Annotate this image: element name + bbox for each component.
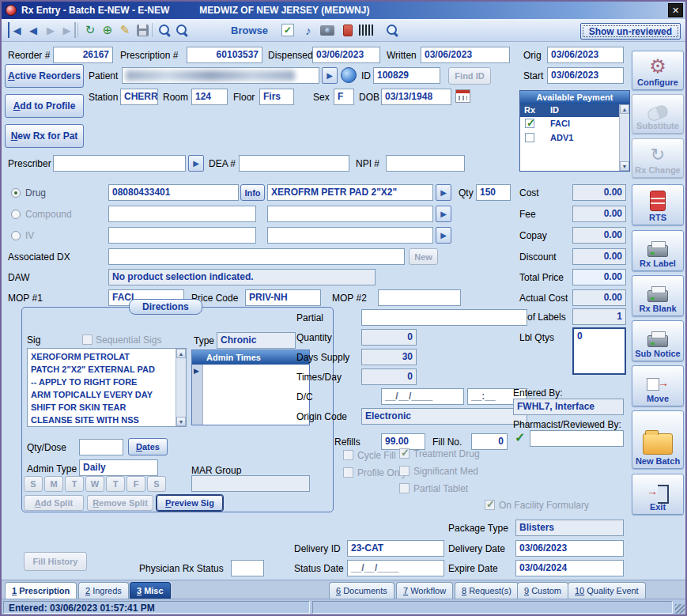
dispensed-field[interactable]: 03/06/2023 (312, 47, 380, 63)
days-supply-field[interactable]: 30 (361, 349, 417, 365)
refresh-icon[interactable]: ↻ (82, 22, 98, 38)
treatment-drug-checkbox[interactable] (399, 448, 410, 459)
status-date-field[interactable]: __/__/____ (347, 560, 444, 576)
entered-by-field[interactable]: FWHL7, Interface (513, 399, 624, 415)
active-reorders-button[interactable]: Active Reorders (5, 64, 84, 88)
add-record-icon[interactable]: ⊕ (100, 22, 115, 38)
delivery-id-field[interactable]: 23-CAT (347, 540, 444, 557)
day-button-mon[interactable]: M (44, 476, 63, 492)
sub-notice-button[interactable]: Sub Notice (632, 320, 684, 361)
save-icon[interactable] (134, 22, 150, 38)
substitute-button[interactable]: Substitute (632, 94, 684, 134)
iv-radio[interactable] (11, 231, 21, 240)
cycle-fill-checkbox[interactable] (343, 450, 353, 460)
tab-workflow[interactable]: 7Workflow (396, 582, 453, 599)
lbl-qty-item[interactable]: 0 (577, 331, 583, 342)
payment-row[interactable]: FACI (520, 117, 620, 130)
package-type-field[interactable]: Blisters (515, 520, 624, 536)
npi-field[interactable] (386, 155, 465, 172)
configure-button[interactable]: ⚙ Configure (632, 51, 684, 90)
start-field[interactable]: 03/06/2023 (547, 67, 624, 84)
new-rx-for-pat-button[interactable]: New Rx for Pat (5, 124, 84, 148)
total-price-field[interactable]: 0.00 (572, 269, 626, 285)
edit-icon[interactable]: ✎ (117, 22, 133, 38)
tab-misc[interactable]: 3Misc (130, 582, 171, 599)
new-dx-button[interactable]: New (409, 248, 438, 265)
scroll-up-icon[interactable]: ▲ (176, 349, 186, 358)
calendar-icon[interactable] (455, 89, 470, 103)
first-record-icon[interactable]: ◀ (8, 22, 24, 38)
day-button-thu[interactable]: T (106, 476, 125, 492)
daw-field[interactable]: No product selection indicated. (108, 269, 376, 285)
tab-custom[interactable]: 9Custom (517, 582, 568, 599)
sequential-sigs-checkbox[interactable] (82, 334, 92, 345)
scroll-down-icon[interactable]: ▼ (620, 161, 629, 171)
resize-grip[interactable] (675, 604, 685, 614)
remove-split-button[interactable]: Remove Split (87, 495, 153, 511)
scroll-down-icon[interactable]: ▼ (176, 417, 186, 426)
qty-dose-field[interactable] (79, 439, 123, 455)
lbl-qtys-list[interactable]: 0 (572, 327, 626, 375)
delivery-date-field[interactable]: 03/06/2023 (515, 540, 624, 557)
day-button-fri[interactable]: F (126, 476, 145, 492)
mar-group-field[interactable] (191, 475, 310, 492)
significant-med-checkbox[interactable] (399, 466, 410, 476)
admin-type-field[interactable]: Daily (79, 459, 158, 476)
iv-lookup-button[interactable]: ▶ (436, 227, 451, 244)
sig-scrollbar[interactable]: ▲ ▼ (176, 349, 186, 426)
add-split-button[interactable]: Add Split (24, 495, 84, 511)
exit-button[interactable]: Exit (632, 474, 684, 515)
next-record-icon[interactable]: ▶ (43, 22, 59, 38)
find-id-button[interactable]: Find ID (448, 67, 491, 85)
scroll-up-icon[interactable]: ▲ (620, 104, 629, 114)
payment-checkbox-adv1[interactable] (525, 133, 534, 142)
patient-lookup-button[interactable]: ▶ (322, 67, 338, 84)
orig-field[interactable]: 03/06/2023 (547, 47, 624, 63)
payment-row[interactable]: ADV1 (520, 131, 620, 145)
show-unreviewed-button[interactable]: Show un-reviewed (580, 23, 681, 40)
dates-button[interactable]: Dates (128, 438, 168, 455)
mop2-field[interactable] (378, 289, 461, 306)
dob-field[interactable]: 03/13/1948 (381, 89, 451, 105)
dc-date-field[interactable]: __/__/____ (381, 388, 464, 405)
price-code-field[interactable]: PRIV-NH (245, 289, 321, 306)
compound-name-field[interactable] (267, 206, 433, 222)
note-icon[interactable]: ♪ (300, 22, 316, 38)
day-button-wed[interactable]: W (85, 476, 104, 492)
tab-ingreds[interactable]: 2Ingreds (78, 582, 129, 599)
cost-field[interactable]: 0.00 (572, 184, 626, 201)
partial-tablet-checkbox[interactable] (399, 483, 410, 493)
tab-prescription[interactable]: 1Prescription (5, 582, 77, 599)
copay-field[interactable]: 0.00 (572, 227, 626, 244)
patient-id-field[interactable]: 100829 (373, 67, 440, 84)
profile-only-checkbox[interactable] (343, 467, 353, 478)
prescriber-field[interactable] (53, 155, 186, 172)
pharmacist-field[interactable] (530, 430, 624, 447)
iv-code-field[interactable] (108, 227, 256, 244)
rx-label-button[interactable]: Rx Label (632, 230, 684, 271)
rx-change-button[interactable]: ↻ Rx Change (632, 138, 684, 178)
zoom-out-icon[interactable] (174, 22, 190, 38)
verify-check-icon[interactable]: ✓ (280, 22, 296, 38)
prescription-field[interactable]: 60103537 (187, 47, 262, 63)
compound-code-field[interactable] (108, 206, 256, 222)
quantity-field[interactable]: 0 (361, 329, 417, 346)
num-labels-field[interactable]: 1 (572, 308, 626, 325)
discount-field[interactable]: 0.00 (572, 248, 626, 265)
new-batch-button[interactable]: New Batch (632, 410, 684, 469)
on-facility-formulary-checkbox[interactable] (485, 500, 495, 510)
tab-documents[interactable]: 6Documents (329, 582, 394, 599)
alert-icon[interactable] (340, 22, 356, 38)
fill-no-field[interactable]: 0 (471, 433, 508, 450)
last-record-icon[interactable]: ▶ (60, 22, 76, 38)
station-field[interactable]: CHERR (120, 89, 158, 105)
times-day-field[interactable]: 0 (361, 368, 417, 385)
payment-checkbox-faci[interactable] (525, 119, 534, 128)
prescriber-lookup-button[interactable]: ▶ (188, 155, 204, 172)
tab-quality-event[interactable]: 10Quality Event (568, 582, 646, 599)
add-to-profile-button[interactable]: Add to Profile (5, 94, 84, 118)
drug-radio[interactable] (11, 188, 21, 198)
reorder-field[interactable]: 26167 (53, 47, 113, 63)
fill-history-button[interactable]: Fill History (24, 552, 87, 571)
dea-field[interactable] (239, 155, 349, 172)
